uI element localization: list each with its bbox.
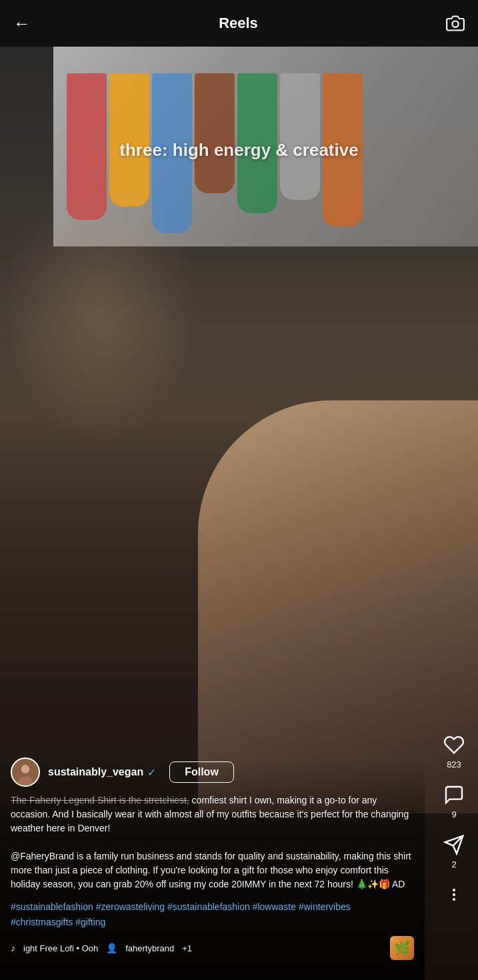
share-count: 2 <box>451 859 456 869</box>
share-action[interactable]: 2 <box>442 833 466 869</box>
like-count: 823 <box>447 759 461 769</box>
reel-thumbnail[interactable]: 🌿 <box>390 936 414 960</box>
bottom-overlay: sustainably_vegan ✓ Follow The Faherty L… <box>0 757 425 980</box>
svg-point-5 <box>18 777 33 787</box>
caption: The Faherty Legend Shirt is the stretchi… <box>11 793 414 891</box>
back-button[interactable]: ← <box>13 13 31 34</box>
more-icon[interactable] <box>442 883 466 907</box>
caption-paragraph2: @FaheryBrand is a family run business an… <box>11 851 411 889</box>
comment-count: 9 <box>451 809 456 819</box>
hashtags: #sustainablefashion #zerowasteliving #su… <box>11 899 414 929</box>
collab-label: fahertybrand <box>125 943 174 953</box>
follow-button[interactable]: Follow <box>169 761 234 783</box>
music-text: ight Free Lofi • Ooh <box>23 943 98 953</box>
video-overlay-text: three: high energy & creative <box>0 140 478 161</box>
avatar[interactable] <box>11 757 40 787</box>
username[interactable]: sustainably_vegan <box>48 766 143 778</box>
comment-action[interactable]: 9 <box>442 783 466 819</box>
like-action[interactable]: 823 <box>442 733 466 769</box>
caption-strikethrough: The Faherty Legend Shirt is the stretchi… <box>11 795 189 805</box>
comment-icon[interactable] <box>442 783 466 807</box>
right-sidebar: 823 9 2 <box>430 733 478 913</box>
verified-badge: ✓ <box>147 766 156 779</box>
header: ← Reels <box>0 0 478 47</box>
page-title: Reels <box>219 15 258 32</box>
more-action[interactable] <box>442 883 466 907</box>
svg-point-0 <box>452 21 458 27</box>
username-wrap: sustainably_vegan ✓ <box>48 766 156 779</box>
svg-point-4 <box>21 765 30 773</box>
music-note-icon: ♪ <box>11 943 15 953</box>
music-bar: ♪ ight Free Lofi • Ooh 👤 fahertybrand +1… <box>11 936 414 960</box>
user-row: sustainably_vegan ✓ Follow <box>11 757 414 787</box>
camera-button[interactable] <box>446 14 465 33</box>
share-icon[interactable] <box>442 833 466 857</box>
plus-label: +1 <box>182 943 192 953</box>
collab-icon: 👤 <box>106 943 117 953</box>
like-icon[interactable] <box>442 733 466 757</box>
